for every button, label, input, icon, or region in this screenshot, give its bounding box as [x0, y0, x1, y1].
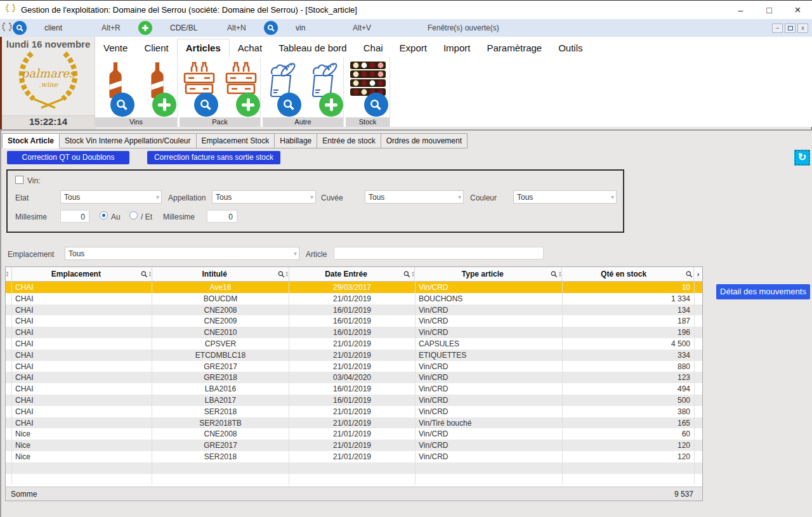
table-cell: 494 — [563, 383, 695, 395]
tab-stock-vin-interne[interactable]: Stock Vin Interne Appellation/Couleur — [60, 133, 197, 148]
radio-au[interactable] — [100, 211, 108, 219]
close-button[interactable]: × — [783, 1, 812, 19]
tab-entree-de-stock[interactable]: Entrée de stock — [317, 133, 381, 148]
appellation-dropdown[interactable]: Tous▾ — [212, 190, 316, 204]
table-row[interactable]: CHAISER2018TB21/01/2019Vin/Tiré bouché16… — [6, 417, 702, 429]
table-row[interactable]: CHAIETCDMBLC1821/01/2019ETIQUETTES334 — [6, 350, 702, 361]
mdi-minimize-button[interactable]: – — [772, 23, 783, 33]
search-other-button[interactable] — [265, 61, 300, 114]
menu-tab-achat[interactable]: Achat — [230, 39, 270, 57]
tab-stock-article[interactable]: Stock Article — [2, 133, 60, 148]
column-header-intitule[interactable]: Intitulé▴▾ — [152, 267, 289, 281]
detail-mouvements-button[interactable]: Détail des mouvements — [716, 284, 810, 299]
menu-tab-chai[interactable]: Chai — [355, 39, 391, 57]
search-wine-button[interactable] — [98, 61, 133, 114]
mdi-restore-button[interactable] — [785, 23, 796, 33]
table-cell — [563, 474, 695, 485]
table-row[interactable]: CHAILBA201616/01/2019Vin/CRD494 — [6, 383, 702, 395]
menu-tab-export[interactable]: Export — [391, 39, 435, 57]
row-indicator-column: ▴▾ — [6, 267, 12, 281]
menu-tab-client[interactable]: Client — [136, 39, 176, 57]
couleur-dropdown[interactable]: Tous▾ — [513, 190, 617, 204]
radio-et[interactable] — [129, 211, 138, 219]
column-header-qte-en-stock[interactable]: Qté en stock — [562, 267, 694, 281]
search-stock-button[interactable] — [349, 61, 387, 114]
menu-tab-parametrage[interactable]: Paramètrage — [478, 39, 550, 57]
add-pack-button[interactable] — [223, 61, 259, 114]
add-wine-button[interactable] — [140, 61, 175, 114]
main-content: Stock Article Stock Vin Interne Appellat… — [0, 129, 812, 517]
filter-magnifier-icon[interactable] — [141, 271, 148, 278]
column-header-emplacement[interactable]: Emplacement▴▾ — [12, 267, 152, 281]
search-pack-button[interactable] — [181, 61, 217, 114]
filter-magnifier-icon[interactable] — [403, 271, 410, 278]
menu-tab-vente[interactable]: Vente — [95, 39, 136, 57]
new-order-button[interactable]: CDE/BL Alt+N — [138, 21, 264, 35]
add-other-button[interactable] — [306, 61, 342, 114]
table-cell: CHAI — [12, 315, 152, 327]
sort-icon[interactable]: ▴▾ — [411, 271, 414, 277]
table-cell: 16/01/2019 — [289, 315, 416, 327]
chevron-down-icon: ▾ — [458, 193, 461, 200]
sort-icon[interactable]: ▴▾ — [285, 271, 289, 277]
table-row[interactable]: CHAICPSVER21/01/2019CAPSULES4 500 — [6, 338, 702, 350]
article-input[interactable] — [334, 247, 544, 259]
tab-habillage[interactable]: Habillage — [275, 133, 317, 148]
table-row[interactable] — [6, 474, 702, 485]
emplacement-dropdown[interactable]: Tous▾ — [65, 247, 299, 260]
table-row[interactable]: CHAIBOUCDM21/01/2019BOUCHONS1 334 — [6, 293, 702, 304]
column-header-date-entree[interactable]: Date Entrée▴▾ — [289, 267, 416, 281]
row-indicator-cell — [6, 417, 12, 429]
sort-icon[interactable]: ▴▾ — [558, 271, 561, 277]
menu-tab-import[interactable]: Import — [435, 39, 479, 57]
tab-ordres-de-mouvement[interactable]: Ordres de mouvement — [381, 133, 468, 148]
table-row[interactable]: CHAISER201821/01/2019Vin/CRD380 — [6, 406, 702, 417]
search-client-button[interactable]: client Alt+R — [13, 21, 138, 35]
table-cell: 187 — [563, 315, 695, 327]
cuvee-dropdown[interactable]: Tous▾ — [365, 190, 464, 204]
millesime1-input[interactable]: 0 — [60, 210, 89, 223]
table-row[interactable]: CHAICNE201016/01/2019Vin/CRD196 — [6, 327, 702, 338]
table-cell: Vin/CRD — [416, 282, 563, 293]
cde-shortcut: Alt+N — [227, 23, 264, 32]
menu-tab-tableau-de-bord[interactable]: Tableau de bord — [270, 39, 355, 57]
search-vin-button[interactable]: vin Alt+V — [264, 21, 390, 35]
etat-dropdown[interactable]: Tous▾ — [60, 190, 162, 204]
table-cell — [12, 474, 152, 485]
table-cell: BOUCDM — [152, 293, 289, 304]
header-scroll-arrow[interactable]: › — [694, 267, 702, 281]
sort-icon[interactable]: ▴▾ — [148, 271, 152, 277]
table-row[interactable]: CHAIGRE201803/04/2020Vin/CRD123 — [6, 372, 702, 383]
correction-qt-button[interactable]: Correction QT ou Doublons — [7, 151, 129, 164]
tab-emplacement-stock[interactable]: Emplacement Stock — [197, 133, 275, 148]
vin-checkbox[interactable] — [15, 176, 23, 184]
menu-tab-outils[interactable]: Outils — [550, 39, 591, 57]
millesime2-input[interactable]: 0 — [207, 210, 237, 223]
table-row[interactable] — [6, 462, 702, 474]
open-windows-menu[interactable]: Fenêtre(s) ouverte(s) — [428, 23, 499, 32]
radio-au-label: Au — [111, 213, 121, 221]
table-row[interactable]: NiceGRE201721/01/2019Vin/CRD120 — [6, 440, 702, 451]
filter-magnifier-icon[interactable] — [686, 271, 693, 278]
refresh-button[interactable]: ↻ — [794, 150, 810, 166]
emplacement-label: Emplacement — [8, 250, 54, 259]
maximize-button[interactable]: □ — [755, 1, 783, 19]
table-row[interactable]: NiceSER201821/01/2019Vin/CRD120 — [6, 451, 702, 462]
column-header-type-article[interactable]: Type article▴▾ — [415, 267, 562, 281]
minimize-button[interactable]: – — [726, 1, 755, 19]
app-laurel-icon — [5, 4, 16, 16]
menu-tab-articles[interactable]: Articles — [177, 39, 230, 57]
filter-magnifier-icon[interactable] — [278, 271, 285, 278]
table-row[interactable]: CHAIAve1629/03/2017Vin/CRD10 — [6, 282, 702, 293]
table-row[interactable]: CHAICNE200816/01/2019Vin/CRD134 — [6, 304, 702, 316]
table-row[interactable]: CHAICNE200916/01/2019Vin/CRD187 — [6, 315, 702, 327]
table-row[interactable]: CHAIGRE201721/01/2019Vin/CRD880 — [6, 361, 702, 372]
stock-tab-strip: Stock Article Stock Vin Interne Appellat… — [2, 132, 468, 148]
row-indicator-cell — [6, 327, 12, 338]
mdi-close-button[interactable]: x — [797, 23, 808, 33]
filter-magnifier-icon[interactable] — [551, 271, 558, 278]
table-row[interactable]: NiceCNE200821/01/2019Vin/CRD60 — [6, 428, 702, 440]
sum-total: 9 537 — [674, 490, 702, 499]
correction-facture-button[interactable]: Correction facture sans sortie stock — [147, 151, 280, 164]
table-row[interactable]: CHAILBA201716/01/2019Vin/CRD500 — [6, 395, 702, 406]
